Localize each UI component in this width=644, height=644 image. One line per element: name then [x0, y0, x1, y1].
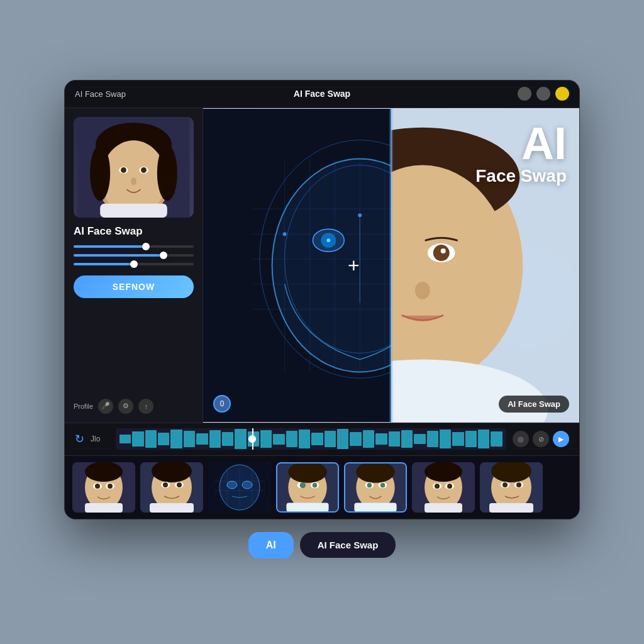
- timeline-play-button[interactable]: ▶: [553, 431, 569, 447]
- plus-symbol: +: [348, 253, 360, 277]
- svg-point-45: [415, 281, 430, 299]
- svg-rect-89: [354, 502, 396, 511]
- title-bar-center-text: AI Face Swap: [199, 89, 446, 99]
- svg-point-5: [121, 167, 126, 173]
- svg-point-54: [95, 484, 100, 489]
- waveform-container[interactable]: [116, 428, 506, 450]
- timeline-controls: ◎ ⊘ ▶: [513, 431, 569, 447]
- svg-point-80: [313, 482, 318, 487]
- svg-rect-105: [489, 503, 533, 513]
- bottom-controls: Profile 🎤 ⚙ ↑: [74, 399, 194, 414]
- thumbnail-5[interactable]: [344, 462, 407, 513]
- settings-icon-button[interactable]: ⚙: [118, 399, 133, 414]
- timeline-time: Jlo: [91, 435, 109, 443]
- preview-badge: AI Face Swap: [499, 396, 569, 413]
- left-panel-app-name: AI Face Swap: [74, 225, 194, 238]
- svg-point-10: [157, 145, 177, 201]
- preview-area: + AI Face Swap AI Face Swap 0: [203, 108, 579, 423]
- svg-point-9: [90, 145, 110, 201]
- svg-point-62: [163, 482, 168, 487]
- svg-point-35: [326, 238, 330, 242]
- svg-rect-64: [150, 503, 194, 513]
- thumbnail-3[interactable]: [208, 462, 271, 513]
- svg-point-92: [425, 462, 462, 482]
- svg-rect-56: [85, 503, 123, 513]
- slider-row-3: [74, 263, 194, 265]
- svg-point-43: [433, 245, 450, 261]
- svg-point-79: [300, 482, 306, 488]
- thumbnail-6[interactable]: [412, 462, 475, 513]
- face-preview: [74, 117, 194, 218]
- waveform-bars: [116, 428, 506, 450]
- volume-button[interactable]: [536, 87, 550, 101]
- timeline-btn-2[interactable]: ⊘: [533, 431, 549, 447]
- share-icon-button[interactable]: ↑: [138, 399, 153, 414]
- slider-track-3[interactable]: [74, 263, 194, 265]
- preview-ai-text: AI: [475, 121, 567, 166]
- timeline-bar: ↻ Jlo: [65, 423, 579, 455]
- waveform-thumb[interactable]: [248, 435, 256, 443]
- app-window: AI Face Swap AI Face Swap: [64, 80, 580, 519]
- title-bar-left-text: AI Face Swap: [75, 89, 199, 99]
- svg-point-34: [358, 213, 362, 217]
- timeline-icon: ↻: [75, 432, 84, 446]
- svg-rect-97: [425, 503, 462, 513]
- mic-icon-button[interactable]: 🎤: [98, 399, 113, 414]
- thumbnail-1[interactable]: [72, 462, 135, 513]
- thumbnail-2[interactable]: [140, 462, 203, 513]
- slider-row-2: [74, 254, 194, 257]
- svg-point-51: [85, 462, 123, 482]
- bottom-label: Profile: [74, 402, 93, 410]
- svg-point-72: [227, 481, 237, 489]
- svg-point-88: [380, 482, 386, 487]
- svg-point-32: [283, 232, 287, 236]
- svg-point-55: [108, 484, 113, 489]
- svg-rect-11: [100, 203, 167, 217]
- preview-background: + AI Face Swap AI Face Swap 0: [203, 108, 579, 423]
- svg-point-104: [516, 482, 521, 487]
- svg-point-87: [367, 482, 372, 487]
- svg-point-95: [435, 484, 440, 489]
- bottom-dock: AI AI Face Swap: [248, 519, 396, 565]
- swap-button[interactable]: SEFNOW: [74, 275, 194, 298]
- slider-track-1[interactable]: [74, 245, 194, 248]
- slider-row-1: [74, 245, 194, 248]
- thumbnail-4[interactable]: [276, 462, 339, 513]
- dock-dark-button[interactable]: AI Face Swap: [300, 532, 396, 558]
- timeline-btn-1[interactable]: ◎: [513, 431, 529, 447]
- close-button[interactable]: [555, 87, 569, 101]
- svg-point-63: [177, 482, 182, 487]
- thumbnail-7[interactable]: [480, 462, 543, 513]
- title-bar: AI Face Swap AI Face Swap: [65, 80, 579, 108]
- svg-point-8: [131, 177, 136, 185]
- svg-point-7: [141, 167, 147, 173]
- preview-num-badge: 0: [213, 395, 231, 413]
- info-button[interactable]: [518, 87, 531, 101]
- thumbnail-strip: [65, 455, 579, 519]
- slider-track-2[interactable]: [74, 254, 194, 257]
- left-panel: AI Face Swap: [65, 108, 203, 423]
- svg-rect-81: [286, 502, 328, 511]
- main-content: AI Face Swap: [65, 108, 579, 423]
- slider-group: [74, 245, 194, 265]
- svg-point-44: [441, 248, 446, 253]
- preview-title-overlay: AI Face Swap: [475, 121, 567, 186]
- preview-face-swap-text: Face Swap: [475, 166, 567, 186]
- dock-blue-button[interactable]: AI: [248, 532, 294, 558]
- svg-point-96: [447, 484, 452, 489]
- svg-point-103: [502, 482, 508, 487]
- title-bar-controls: [446, 87, 570, 101]
- svg-point-73: [242, 481, 252, 489]
